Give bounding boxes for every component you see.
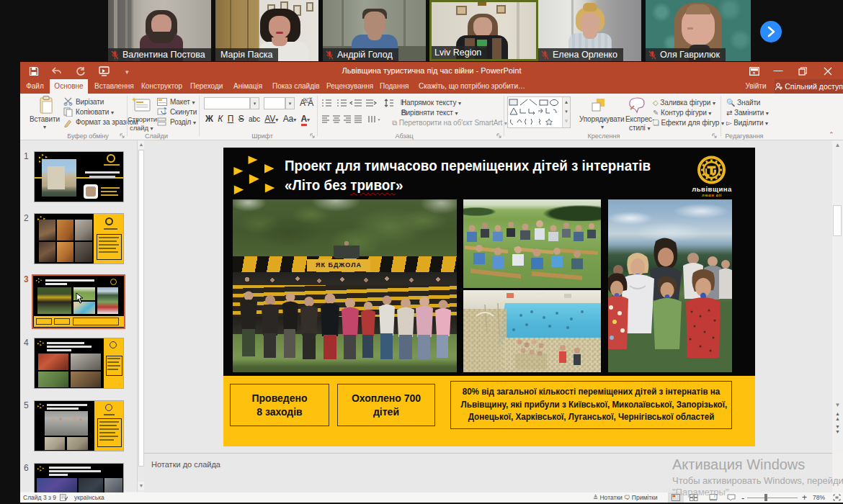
svg-text:львівщина: львівщина <box>692 185 732 193</box>
svg-text:люди дії: люди дії <box>702 193 722 197</box>
